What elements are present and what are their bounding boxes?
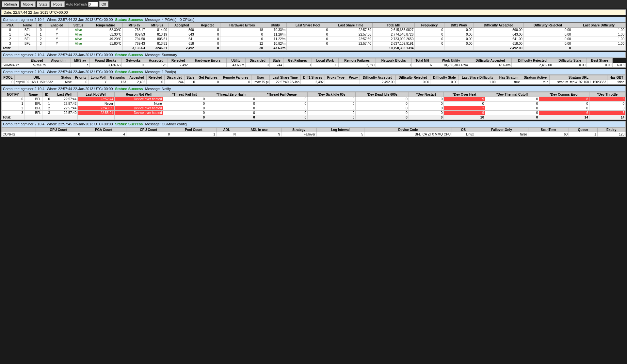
pga-section: Computer: cgminer 2.10.4 When: 22:57:44 … bbox=[1, 17, 626, 51]
table-cell bbox=[19, 46, 36, 51]
notify-section-header: Computer: cgminer 2.10.4 When: 22:57:44 … bbox=[1, 86, 626, 92]
notify-col-threadfailinit: *Thread Fail Init bbox=[163, 92, 206, 97]
config-status: Status: Success bbox=[115, 122, 143, 126]
table-cell: 123 bbox=[145, 63, 168, 68]
table-cell: 0.00 bbox=[444, 37, 474, 41]
table-cell: 57m 07s bbox=[27, 63, 47, 68]
table-cell: 0.00 bbox=[430, 80, 458, 85]
table-row: 0BFL022:57:4422:52:44Device over heated0… bbox=[2, 97, 626, 102]
table-cell: 0 bbox=[163, 97, 206, 102]
table-cell: 0 bbox=[2, 28, 19, 32]
pool-section: Computer: cgminer 2.10.4 When: 22:57:44 … bbox=[1, 69, 626, 85]
pga-col-hwerrors: Hardware Errors bbox=[220, 23, 264, 28]
sum-col-label bbox=[2, 58, 27, 63]
table-cell: 1.00 bbox=[572, 41, 626, 46]
table-cell: Alive bbox=[69, 28, 88, 32]
pool-col-hasstratum: Has Stratum bbox=[497, 75, 521, 80]
table-cell: Alive bbox=[69, 37, 88, 41]
table-cell: 794.50 bbox=[122, 37, 146, 41]
pool-col-longpoll: Long Poll bbox=[88, 75, 108, 80]
table-cell: true bbox=[497, 80, 521, 85]
notify-col-devthrottle: *Dev Throttle bbox=[589, 92, 625, 97]
table-cell: 49.20°C bbox=[88, 37, 122, 41]
table-cell: 6 bbox=[539, 111, 589, 115]
table-cell: 0 bbox=[73, 80, 88, 85]
table-cell: 0 bbox=[307, 106, 355, 111]
table-cell: 0 bbox=[409, 111, 443, 115]
pool-col-getworks: Getworks bbox=[108, 75, 127, 80]
table-cell: 1 bbox=[2, 32, 19, 37]
table-cell: 0.00 bbox=[587, 63, 613, 68]
pool-message: Message: 1 Pool(s) bbox=[145, 70, 176, 74]
config-col-pgacount: PGA Count bbox=[81, 128, 126, 132]
sum-col-diffstale: Difficulty Stale bbox=[553, 58, 587, 63]
table-cell: 0 bbox=[195, 28, 220, 32]
table-cell: 0 bbox=[523, 46, 572, 51]
table-cell: BFL bbox=[19, 41, 36, 46]
table-cell: N bbox=[237, 132, 281, 137]
stats-button[interactable]: Stats bbox=[37, 1, 50, 7]
config-when: When: 22:57:45 22-Jan-2013 UTC+00:00 bbox=[47, 122, 113, 126]
sum-col-discarded: Discarded bbox=[245, 58, 269, 63]
table-cell: 1 bbox=[171, 132, 217, 137]
pool-col-stratumurl: Stratum URL bbox=[550, 75, 607, 80]
table-cell: 11.22/m bbox=[264, 37, 287, 41]
pool-col-lastsharetime: Last Share Time bbox=[270, 75, 301, 80]
table-cell: 0 bbox=[195, 37, 220, 41]
notify-col-devdead: *Dev Dead Idle 600s bbox=[356, 92, 409, 97]
table-cell: 0 bbox=[589, 106, 625, 111]
table-cell: 244 bbox=[270, 63, 283, 68]
table-row: 0http://192.168.1.150:8332Alive0Y1232,49… bbox=[2, 80, 626, 85]
notify-when: When: 22:57:44 22-Jan-2013 UTC+00:00 bbox=[47, 87, 113, 91]
pga-col-lastsharetime: Last Share Time bbox=[329, 23, 373, 28]
table-cell: 0 bbox=[356, 115, 409, 120]
pool-section-header: Computer: cgminer 2.10.4 When: 22:57:44 … bbox=[1, 69, 626, 75]
table-cell: 0 bbox=[195, 32, 220, 37]
table-cell: 0 bbox=[539, 102, 589, 106]
config-col-scantime: ScanTime bbox=[528, 128, 569, 132]
toolbar: Refresh Mobile Stats Pools Auto Refresh … bbox=[0, 0, 627, 8]
table-cell: 22:57:44 bbox=[51, 106, 78, 111]
pga-col-mhsav: MHS av bbox=[122, 23, 146, 28]
table-row: 3BFL322:57:4022:55:01Device over heated0… bbox=[2, 111, 626, 115]
pools-button[interactable]: Pools bbox=[51, 1, 65, 7]
table-cell: 18 bbox=[220, 28, 264, 32]
table-cell: 0 bbox=[376, 63, 411, 68]
table-cell: 10.33/m bbox=[264, 28, 287, 32]
table-cell: 10,750,303.1394 bbox=[433, 63, 469, 68]
table-cell: 2 bbox=[2, 106, 24, 111]
off-button[interactable]: Off bbox=[99, 1, 108, 7]
table-cell: 120 bbox=[597, 132, 625, 137]
table-cell: 0 bbox=[485, 102, 539, 106]
pool-col-diffrejected: Difficulty Rejected bbox=[395, 75, 430, 80]
config-col-cpucount: CPU Count bbox=[126, 128, 171, 132]
table-row: SUMMARY57m 07sc3,136.6301232,492043.63/m… bbox=[2, 63, 626, 68]
table-cell: Y bbox=[88, 80, 108, 85]
mobile-button[interactable]: Mobile bbox=[21, 1, 36, 7]
table-cell: 22:57:40 bbox=[329, 41, 373, 46]
notify-col-name: Name bbox=[24, 92, 42, 97]
refresh-button[interactable]: Refresh bbox=[2, 1, 19, 7]
table-cell bbox=[78, 115, 114, 120]
table-cell: 0 bbox=[163, 111, 206, 115]
table-cell: 2,492 bbox=[168, 46, 195, 51]
notify-col-lastwell: Last Well bbox=[51, 92, 78, 97]
table-cell: 0 bbox=[206, 97, 256, 102]
table-cell: 9 bbox=[444, 97, 485, 102]
table-cell: BFL bbox=[24, 111, 42, 115]
table-cell: false bbox=[475, 132, 528, 137]
auto-refresh-input[interactable] bbox=[88, 2, 98, 7]
table-cell: 2,492 bbox=[127, 80, 146, 85]
table-row: Total:3,136.633246.312,49203043.63/m10,7… bbox=[2, 46, 626, 51]
table-cell: 0.00 bbox=[444, 32, 474, 37]
table-cell bbox=[347, 80, 360, 85]
table-cell: 641 bbox=[168, 37, 195, 41]
table-cell: 8 bbox=[589, 97, 625, 102]
table-row: CONFIG0401NNFailover5BFL ICA ZTX MMQ CPU… bbox=[2, 132, 626, 137]
pga-col-diffrejected: Difficulty Rejected bbox=[523, 23, 572, 28]
table-cell: 22:57:40 bbox=[51, 111, 78, 115]
pga-col-temp: Temperature bbox=[88, 23, 122, 28]
pool-col-difflastshare: Last Share Difficulty bbox=[458, 75, 497, 80]
table-cell: 0.00 bbox=[444, 28, 474, 32]
pool-col-priority: Priority bbox=[73, 75, 88, 80]
